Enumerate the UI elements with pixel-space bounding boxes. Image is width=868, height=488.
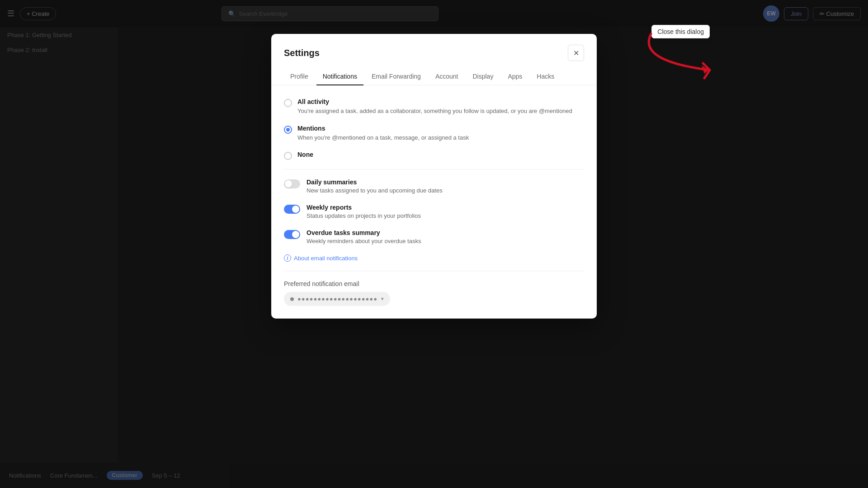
toggle-overdue-tasks-content: Overdue tasks summary Weekly reminders a… bbox=[307, 229, 421, 244]
tab-notifications[interactable]: Notifications bbox=[316, 68, 363, 85]
preferred-email-label: Preferred notification email bbox=[284, 280, 584, 287]
dialog-header: Settings ✕ bbox=[271, 34, 597, 61]
close-dialog-button[interactable]: ✕ bbox=[568, 45, 584, 61]
tab-email-forwarding[interactable]: Email Forwarding bbox=[365, 68, 427, 85]
toggle-weekly-reports-input[interactable] bbox=[284, 205, 300, 214]
email-chevron: ▾ bbox=[381, 296, 384, 302]
close-icon: ✕ bbox=[573, 49, 579, 57]
toggle-weekly-reports: Weekly reports Status updates on project… bbox=[284, 204, 584, 219]
radio-none-content: None bbox=[297, 151, 313, 160]
radio-mentions[interactable]: Mentions When you're @mentioned on a tas… bbox=[284, 125, 584, 142]
tab-account[interactable]: Account bbox=[429, 68, 465, 85]
divider-1 bbox=[284, 169, 584, 169]
toggle-weekly-reports-content: Weekly reports Status updates on project… bbox=[307, 204, 421, 219]
radio-none[interactable]: None bbox=[284, 151, 584, 160]
email-selector[interactable]: ●●●●●●●●●●●●●●●●●●●● ▾ bbox=[284, 292, 390, 306]
toggle-overdue-tasks: Overdue tasks summary Weekly reminders a… bbox=[284, 229, 584, 244]
toggle-overdue-tasks-input[interactable] bbox=[284, 230, 300, 239]
settings-tabs: Profile Notifications Email Forwarding A… bbox=[271, 68, 597, 85]
email-pill-dot bbox=[290, 297, 294, 301]
radio-mentions-content: Mentions When you're @mentioned on a tas… bbox=[297, 125, 469, 142]
radio-all-activity-content: All activity You're assigned a task, add… bbox=[297, 98, 572, 116]
divider-2 bbox=[284, 271, 584, 271]
info-icon: i bbox=[284, 254, 291, 262]
radio-all-activity-input[interactable] bbox=[284, 99, 292, 107]
settings-dialog: Settings ✕ Profile Notifications Email F… bbox=[271, 34, 597, 319]
dialog-body: All activity You're assigned a task, add… bbox=[271, 85, 597, 319]
close-tooltip: Close this dialog bbox=[651, 25, 710, 38]
toggle-daily-summaries: Daily summaries New tasks assigned to yo… bbox=[284, 178, 584, 194]
tab-display[interactable]: Display bbox=[466, 68, 500, 85]
tab-profile[interactable]: Profile bbox=[284, 68, 315, 85]
radio-mentions-input[interactable] bbox=[284, 126, 292, 134]
toggle-daily-summaries-input[interactable] bbox=[284, 179, 300, 188]
email-value: ●●●●●●●●●●●●●●●●●●●● bbox=[297, 296, 377, 302]
tab-apps[interactable]: Apps bbox=[501, 68, 528, 85]
tab-hacks[interactable]: Hacks bbox=[530, 68, 561, 85]
about-email-link[interactable]: i About email notifications bbox=[284, 254, 584, 262]
dialog-title: Settings bbox=[284, 48, 320, 58]
radio-all-activity[interactable]: All activity You're assigned a task, add… bbox=[284, 98, 584, 116]
toggle-daily-summaries-content: Daily summaries New tasks assigned to yo… bbox=[307, 178, 443, 194]
radio-none-input[interactable] bbox=[284, 152, 292, 160]
